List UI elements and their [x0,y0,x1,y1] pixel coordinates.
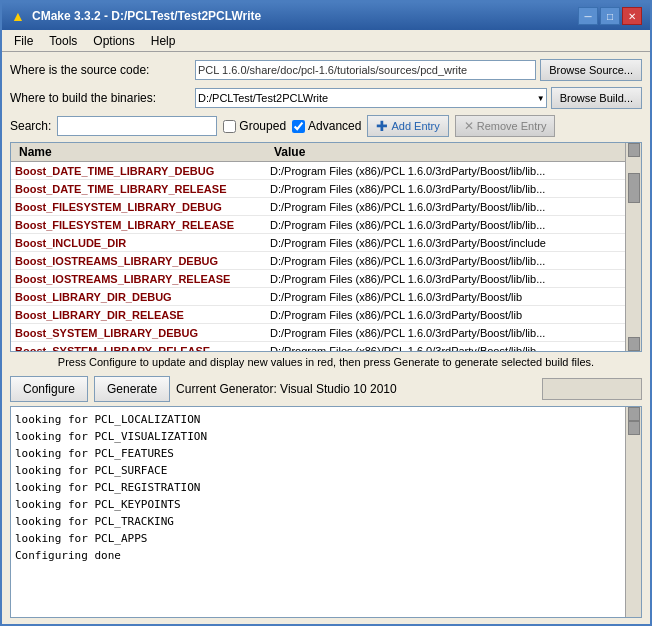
menu-tools[interactable]: Tools [41,32,85,50]
close-button[interactable]: ✕ [622,7,642,25]
source-label: Where is the source code: [10,63,195,77]
table-cell-name: Boost_LIBRARY_DIR_DEBUG [11,290,266,304]
table-cell-value: D:/Program Files (x86)/PCL 1.6.0/3rdPart… [266,326,625,340]
table-cell-value: D:/Program Files (x86)/PCL 1.6.0/3rdPart… [266,164,625,178]
generator-label: Current Generator: Visual Studio 10 2010 [176,382,536,396]
log-line: looking for PCL_REGISTRATION [15,479,621,496]
source-row: Where is the source code: Browse Source.… [10,58,642,82]
title-text: CMake 3.3.2 - D:/PCLTest/Test2PCLWrite [32,9,572,23]
build-select-wrapper: D:/PCLTest/Test2PCLWrite [195,88,547,108]
table-scrollbar[interactable] [625,143,641,351]
generator-box [542,378,642,400]
build-select[interactable]: D:/PCLTest/Test2PCLWrite [195,88,547,108]
table-cell-value: D:/Program Files (x86)/PCL 1.6.0/3rdPart… [266,272,625,286]
button-row: Configure Generate Current Generator: Vi… [2,372,650,406]
menu-bar: File Tools Options Help [2,30,650,52]
table-row[interactable]: Boost_IOSTREAMS_LIBRARY_RELEASE D:/Progr… [11,270,625,288]
log-scrollbar[interactable] [625,407,641,617]
browse-build-button[interactable]: Browse Build... [551,87,642,109]
log-line: looking for PCL_VISUALIZATION [15,428,621,445]
table-cell-value: D:/Program Files (x86)/PCL 1.6.0/3rdPart… [266,236,625,250]
title-bar: ▲ CMake 3.3.2 - D:/PCLTest/Test2PCLWrite… [2,2,650,30]
menu-help[interactable]: Help [143,32,184,50]
configure-button[interactable]: Configure [10,376,88,402]
log-line: Configuring done [15,547,621,564]
grouped-label: Grouped [239,119,286,133]
log-line: looking for PCL_SURFACE [15,462,621,479]
table-scroll-area[interactable]: Name Value Boost_DATE_TIME_LIBRARY_DEBUG… [11,143,625,351]
build-row: Where to build the binaries: D:/PCLTest/… [10,86,642,110]
table-row[interactable]: Boost_FILESYSTEM_LIBRARY_DEBUG D:/Progra… [11,198,625,216]
browse-source-button[interactable]: Browse Source... [540,59,642,81]
grouped-checkbox-group: Grouped [223,119,286,133]
col-header-name: Name [15,145,270,159]
table-cell-name: Boost_DATE_TIME_LIBRARY_RELEASE [11,182,266,196]
log-line: looking for PCL_FEATURES [15,445,621,462]
content-area: Where is the source code: Browse Source.… [2,52,650,624]
table-row[interactable]: Boost_INCLUDE_DIR D:/Program Files (x86)… [11,234,625,252]
table-cell-name: Boost_FILESYSTEM_LIBRARY_RELEASE [11,218,266,232]
table-cell-name: Boost_SYSTEM_LIBRARY_DEBUG [11,326,266,340]
menu-options[interactable]: Options [85,32,142,50]
table-row[interactable]: Boost_FILESYSTEM_LIBRARY_RELEASE D:/Prog… [11,216,625,234]
remove-entry-button[interactable]: ✕ Remove Entry [455,115,556,137]
table-body: Boost_DATE_TIME_LIBRARY_DEBUG D:/Program… [11,162,625,351]
log-body: looking for PCL_LOCALIZATIONlooking for … [15,411,621,564]
table-row[interactable]: Boost_DATE_TIME_LIBRARY_DEBUG D:/Program… [11,162,625,180]
table-row[interactable]: Boost_SYSTEM_LIBRARY_RELEASE D:/Program … [11,342,625,351]
table-row[interactable]: Boost_LIBRARY_DIR_DEBUG D:/Program Files… [11,288,625,306]
advanced-checkbox[interactable] [292,120,305,133]
scrollbar-thumb[interactable] [628,173,640,203]
table-wrapper: Name Value Boost_DATE_TIME_LIBRARY_DEBUG… [2,142,650,352]
log-line: looking for PCL_KEYPOINTS [15,496,621,513]
advanced-checkbox-group: Advanced [292,119,361,133]
add-entry-label: Add Entry [391,120,439,132]
table-cell-value: D:/Program Files (x86)/PCL 1.6.0/3rdPart… [266,200,625,214]
search-label: Search: [10,119,51,133]
table-row[interactable]: Boost_LIBRARY_DIR_RELEASE D:/Program Fil… [11,306,625,324]
source-input[interactable] [195,60,536,80]
table-cell-value: D:/Program Files (x86)/PCL 1.6.0/3rdPart… [266,344,625,352]
generate-button[interactable]: Generate [94,376,170,402]
log-line: looking for PCL_LOCALIZATION [15,411,621,428]
remove-entry-label: Remove Entry [477,120,547,132]
advanced-label: Advanced [308,119,361,133]
search-input[interactable] [57,116,217,136]
table-cell-name: Boost_FILESYSTEM_LIBRARY_DEBUG [11,200,266,214]
table-row[interactable]: Boost_IOSTREAMS_LIBRARY_DEBUG D:/Program… [11,252,625,270]
build-label: Where to build the binaries: [10,91,195,105]
add-entry-button[interactable]: ✚ Add Entry [367,115,448,137]
search-row: Search: Grouped Advanced ✚ Add Entry ✕ R… [10,114,642,138]
table-cell-name: Boost_SYSTEM_LIBRARY_RELEASE [11,344,266,352]
col-header-value: Value [270,145,621,159]
cmake-table: Name Value Boost_DATE_TIME_LIBRARY_DEBUG… [10,142,642,352]
plus-icon: ✚ [376,118,388,134]
table-cell-name: Boost_IOSTREAMS_LIBRARY_RELEASE [11,272,266,286]
app-window: ▲ CMake 3.3.2 - D:/PCLTest/Test2PCLWrite… [0,0,652,626]
maximize-button[interactable]: □ [600,7,620,25]
times-icon: ✕ [464,119,474,133]
table-row[interactable]: Boost_DATE_TIME_LIBRARY_RELEASE D:/Progr… [11,180,625,198]
table-cell-name: Boost_IOSTREAMS_LIBRARY_DEBUG [11,254,266,268]
table-cell-value: D:/Program Files (x86)/PCL 1.6.0/3rdPart… [266,290,625,304]
log-scroll[interactable]: looking for PCL_LOCALIZATIONlooking for … [11,407,625,617]
app-icon: ▲ [10,8,26,24]
log-line: looking for PCL_TRACKING [15,513,621,530]
grouped-checkbox[interactable] [223,120,236,133]
table-row[interactable]: Boost_SYSTEM_LIBRARY_DEBUG D:/Program Fi… [11,324,625,342]
minimize-button[interactable]: ─ [578,7,598,25]
table-cell-value: D:/Program Files (x86)/PCL 1.6.0/3rdPart… [266,254,625,268]
log-container: looking for PCL_LOCALIZATIONlooking for … [10,406,642,618]
table-cell-name: Boost_DATE_TIME_LIBRARY_DEBUG [11,164,266,178]
table-cell-name: Boost_LIBRARY_DIR_RELEASE [11,308,266,322]
menu-file[interactable]: File [6,32,41,50]
table-cell-value: D:/Program Files (x86)/PCL 1.6.0/3rdPart… [266,308,625,322]
window-controls: ─ □ ✕ [578,7,642,25]
table-cell-value: D:/Program Files (x86)/PCL 1.6.0/3rdPart… [266,218,625,232]
table-header: Name Value [11,143,625,162]
status-text: Press Configure to update and display ne… [2,352,650,372]
table-cell-name: Boost_INCLUDE_DIR [11,236,266,250]
log-line: looking for PCL_APPS [15,530,621,547]
table-cell-value: D:/Program Files (x86)/PCL 1.6.0/3rdPart… [266,182,625,196]
bottom-section: looking for PCL_LOCALIZATIONlooking for … [2,406,650,624]
